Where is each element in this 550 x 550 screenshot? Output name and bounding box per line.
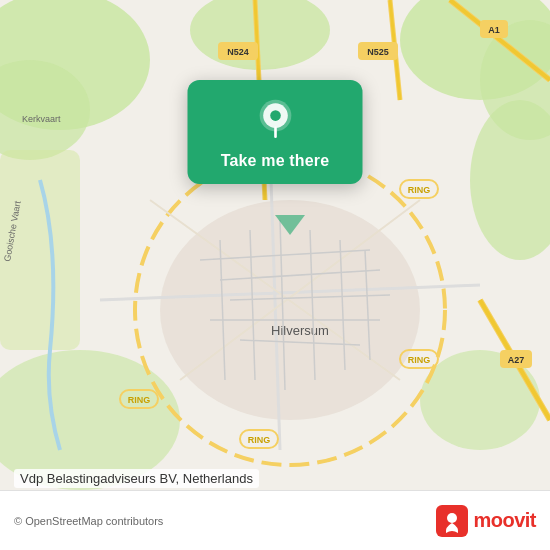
svg-text:RING: RING [128, 395, 151, 405]
svg-text:A27: A27 [508, 355, 525, 365]
pin-icon [253, 98, 297, 142]
map-container: N524 N525 A1 A27 RING RING RING RING Hil… [0, 0, 550, 490]
svg-text:RING: RING [248, 435, 271, 445]
copyright-text: © OpenStreetMap contributors [14, 515, 436, 527]
svg-text:Hilversum: Hilversum [271, 323, 329, 338]
svg-text:N524: N524 [227, 47, 249, 57]
bottom-bar: © OpenStreetMap contributors moovit [0, 490, 550, 550]
svg-text:Kerkvaart: Kerkvaart [22, 114, 61, 124]
svg-point-59 [447, 513, 457, 523]
svg-point-57 [270, 110, 281, 121]
svg-text:A1: A1 [488, 25, 500, 35]
map-svg: N524 N525 A1 A27 RING RING RING RING Hil… [0, 0, 550, 490]
moovit-logo-icon [436, 505, 468, 537]
take-me-there-card[interactable]: Take me there [188, 80, 363, 184]
take-me-there-label: Take me there [221, 152, 330, 170]
moovit-logo[interactable]: moovit [436, 505, 536, 537]
svg-text:RING: RING [408, 355, 431, 365]
location-name: Vdp Belastingadviseurs BV, Netherlands [14, 469, 259, 488]
moovit-text: moovit [473, 509, 536, 532]
svg-text:N525: N525 [367, 47, 389, 57]
svg-text:RING: RING [408, 185, 431, 195]
